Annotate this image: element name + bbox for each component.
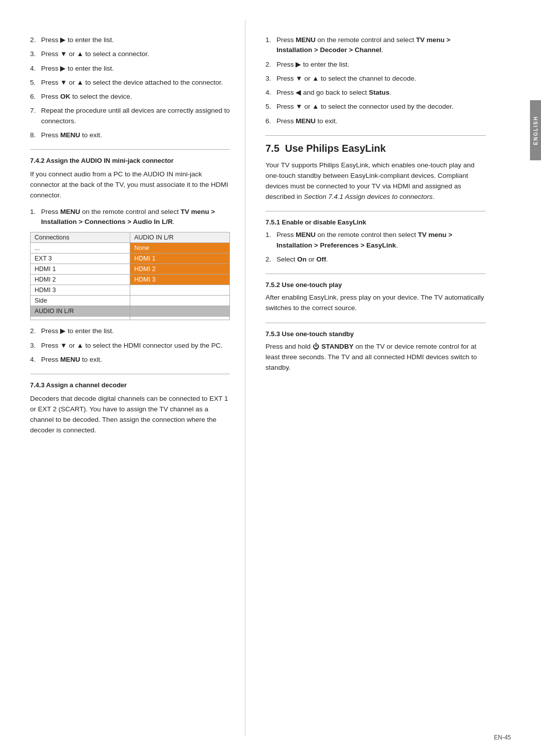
list-item: 1. Press MENU on the remote control and … (30, 207, 230, 227)
list-num: 3. (30, 49, 41, 59)
list-item: 1. Press MENU on the remote control and … (265, 35, 486, 56)
list-num: 8. (30, 130, 41, 140)
table-row: HDMI 1 HDMI 2 (31, 264, 230, 275)
list-num: 6. (265, 116, 277, 126)
list-item: 3. Press or to select a connector. (30, 49, 230, 59)
section-75-label: Use Philips EasyLink (285, 143, 386, 154)
list-item: 1. Press MENU on the remote control then… (265, 230, 486, 250)
arrow-up-icon (77, 342, 83, 349)
list-content: Press to enter the list. (41, 35, 230, 45)
table-cell: AUDIO IN L/R (31, 306, 130, 317)
list-item: 2. Press to enter the list. (30, 326, 230, 336)
list-content: Press to enter the list. (277, 60, 486, 70)
table-row: HDMI 3 (31, 285, 230, 296)
section-75-num: 7.5 (265, 143, 280, 154)
list-num: 6. (30, 92, 41, 102)
section-743-body: Decoders that decode digital channels ca… (30, 394, 230, 436)
arrow-right-icon (60, 36, 66, 44)
section-743-heading: 7.4.3 Assign a channel decoder (30, 381, 230, 389)
connector-table: Connections AUDIO IN L/R ... None EXT 3 … (30, 232, 230, 320)
list-content: Press MENU on the remote control and sel… (41, 207, 230, 227)
table-cell: HDMI 1 (31, 264, 130, 275)
list-item: 5. Press or to select the device attache… (30, 78, 230, 88)
list-content: Press or to select the connector used by… (277, 102, 486, 112)
list-content: Repeat the procedure until all devices a… (41, 106, 230, 126)
list-content: Press and go back to select Status. (277, 88, 486, 98)
arrow-down-icon (60, 342, 67, 349)
section-75-title: 7.5 Use Philips EasyLink (265, 143, 486, 154)
list-num: 2. (30, 35, 41, 45)
arrow-left-icon (296, 89, 301, 96)
list-content: Press MENU to exit. (41, 355, 230, 365)
list-num: 1. (265, 35, 277, 56)
table-header-connections: Connections (31, 232, 130, 243)
table-cell: HDMI 3 (130, 275, 230, 285)
section-751-heading: 7.5.1 Enable or disable EasyLink (265, 218, 486, 226)
list-item: 6. Press MENU to exit. (265, 116, 486, 126)
list-item: 2. Select On or Off. (265, 255, 486, 265)
section-separator (30, 149, 230, 150)
table-cell: HDMI 1 (130, 254, 230, 264)
page: ENGLISH 2. Press to enter the list. 3. P… (0, 0, 541, 756)
list-content: Press or to select the channel to decode… (277, 74, 486, 84)
table-cell (130, 285, 230, 296)
list-item: 6. Press OK to select the device. (30, 92, 230, 102)
list-num: 4. (30, 355, 41, 365)
list-content: Press MENU to exit. (277, 116, 486, 126)
table-cell (130, 306, 230, 317)
side-tab-label: ENGLISH (533, 116, 538, 145)
list-item: 7. Repeat the procedure until all device… (30, 106, 230, 126)
table-cell: EXT 3 (31, 254, 130, 264)
standby-icon (313, 343, 320, 350)
right-column: 1. Press MENU on the remote control and … (245, 20, 511, 736)
table-row (31, 317, 230, 320)
table-header-audio: AUDIO IN L/R (130, 232, 230, 243)
list-content: Press OK to select the device. (41, 92, 230, 102)
list-num: 5. (30, 78, 41, 88)
list-item: 4. Press to enter the list. (30, 64, 230, 74)
list-num: 4. (265, 88, 277, 98)
section-separator (265, 135, 486, 136)
list-content: Press MENU on the remote control then se… (277, 230, 486, 250)
arrow-down-icon (296, 75, 302, 82)
list-item: 5. Press or to select the connector used… (265, 102, 486, 112)
list-item: 8. Press MENU to exit. (30, 130, 230, 140)
table-cell: HDMI 2 (130, 264, 230, 275)
list-content: Press MENU to exit. (41, 130, 230, 140)
list-num: 1. (30, 207, 41, 227)
left-column: 2. Press to enter the list. 3. Press or … (0, 20, 245, 736)
arrow-up-icon (312, 75, 319, 82)
arrow-down-icon (296, 103, 302, 110)
list-num: 5. (265, 102, 277, 112)
table-cell: None (130, 243, 230, 254)
arrow-down-icon (60, 79, 67, 86)
list-num: 2. (30, 326, 41, 336)
list-item: 3. Press or to select the channel to dec… (265, 74, 486, 84)
list-content: Press to enter the list. (41, 326, 230, 336)
side-tab: ENGLISH (530, 100, 541, 160)
section-75-body: Your TV supports Philips EasyLink, which… (265, 160, 486, 202)
arrow-up-icon (77, 50, 83, 58)
list-num: 4. (30, 64, 41, 74)
list-num: 3. (265, 74, 277, 84)
list-content: Press or to select the device attached t… (41, 78, 230, 88)
list-item: 4. Press MENU to exit. (30, 355, 230, 365)
table-row-selected: AUDIO IN L/R (31, 306, 230, 317)
section-separator (265, 323, 486, 323)
section-752-body: After enabling EasyLink, press play on y… (265, 293, 486, 314)
list-content: Press to enter the list. (41, 64, 230, 74)
list-num: 2. (265, 60, 277, 70)
section-742-body: If you connect audio from a PC to the AU… (30, 169, 230, 201)
section-753-heading: 7.5.3 Use one-touch standby (265, 330, 486, 338)
arrow-right-icon (60, 65, 66, 72)
section-separator (30, 374, 230, 374)
list-item: 3. Press or to select the HDMI connector… (30, 341, 230, 351)
table-cell: HDMI 3 (31, 285, 130, 296)
list-item: 2. Press to enter the list. (30, 35, 230, 45)
table-cell: HDMI 2 (31, 275, 130, 285)
table-row: Side (31, 296, 230, 306)
list-num: 1. (265, 230, 277, 250)
section-742-heading: 7.4.2 Assign the AUDIO IN mini-jack conn… (30, 157, 230, 164)
list-num: 7. (30, 106, 41, 126)
list-num: 2. (265, 255, 277, 265)
